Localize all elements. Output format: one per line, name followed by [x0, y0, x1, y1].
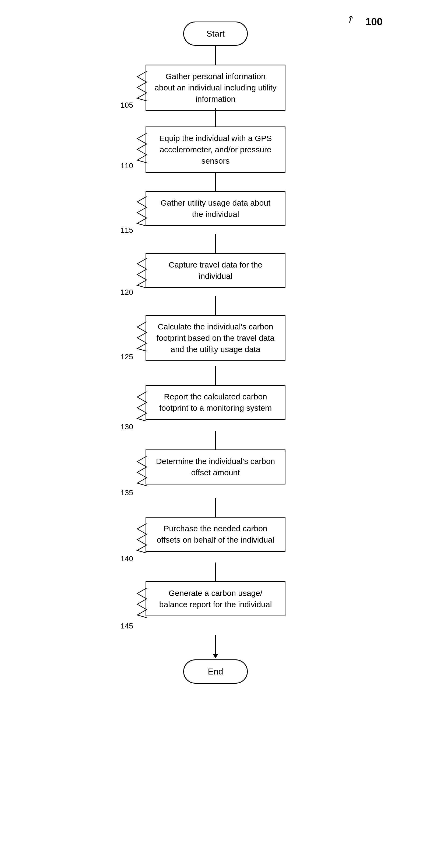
- step-135-box: Determine the individual's carbon offset…: [145, 450, 286, 485]
- label-110: 110: [121, 161, 133, 170]
- end-oval: End: [183, 659, 248, 684]
- zigzag-115: [132, 196, 148, 226]
- label-125: 125: [121, 352, 133, 361]
- zigzag-125: [132, 322, 148, 351]
- zigzag-140: [132, 524, 148, 553]
- zigzag-105: [132, 71, 148, 101]
- zigzag-130: [132, 392, 148, 421]
- step-110-box: Equip the individual with a GPS accelero…: [145, 126, 286, 173]
- step-115-box: Gather utility usage data about the indi…: [145, 191, 286, 226]
- label-145: 145: [121, 622, 133, 630]
- zigzag-120: [132, 258, 148, 288]
- start-oval: Start: [183, 22, 248, 46]
- label-115: 115: [121, 226, 133, 235]
- step-130-box: Report the calculated carbon footprint t…: [145, 385, 286, 420]
- step-125-box: Calculate the individual's carbon footpr…: [145, 315, 286, 361]
- figure-arrow: ↗: [344, 12, 357, 26]
- arrow-9: [213, 635, 218, 658]
- label-135: 135: [121, 489, 133, 497]
- figure-number: 100: [366, 16, 383, 28]
- step-105-box: Gather personal information about an ind…: [145, 65, 286, 111]
- label-140: 140: [121, 554, 133, 563]
- step-120-box: Capture travel data for the individual: [145, 253, 286, 288]
- flowchart-diagram: 100 ↗ Start Gather personal information …: [0, 0, 431, 868]
- label-130: 130: [121, 423, 133, 431]
- label-105: 105: [121, 101, 133, 110]
- step-140-box: Purchase the needed carbon offsets on be…: [145, 517, 286, 552]
- step-145-box: Generate a carbon usage/ balance report …: [145, 581, 286, 616]
- zigzag-110: [132, 133, 148, 163]
- zigzag-145: [132, 588, 148, 618]
- zigzag-135: [132, 456, 148, 486]
- label-120: 120: [121, 288, 133, 297]
